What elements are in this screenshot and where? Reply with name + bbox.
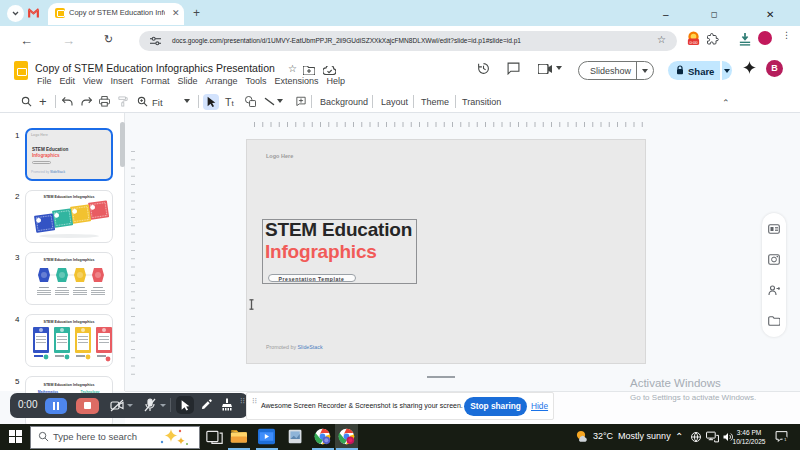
svg-text:0:00: 0:00 [689,40,698,45]
svg-text:STEM Education Infographics: STEM Education Infographics [44,258,95,262]
svg-text:1: 1 [784,438,786,442]
svg-text:STEM Education Infographics: STEM Education Infographics [44,195,95,199]
svg-text:STEM Education Infographics: STEM Education Infographics [44,320,95,324]
svg-text:STEM Education Infographics: STEM Education Infographics [44,383,95,387]
